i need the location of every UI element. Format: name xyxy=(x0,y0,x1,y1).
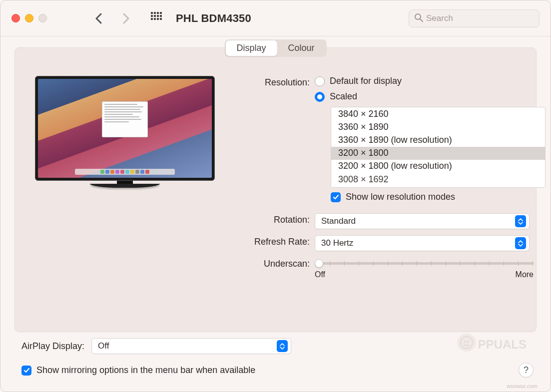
checkbox-checked-icon xyxy=(331,192,341,202)
resolution-list[interactable]: 3840 × 2160 3360 × 1890 3360 × 1890 (low… xyxy=(331,107,546,188)
resolution-default-label: Default for display xyxy=(330,76,402,86)
refresh-rate-value: 30 Hertz xyxy=(321,238,515,248)
rotation-value: Standard xyxy=(321,216,515,226)
svg-rect-3 xyxy=(160,12,162,14)
updown-arrows-icon xyxy=(277,340,288,352)
underscan-slider[interactable] xyxy=(315,257,534,269)
mirroring-checkbox[interactable]: Show mirroring options in the menu bar w… xyxy=(21,365,530,376)
nav-buttons xyxy=(92,11,133,25)
underscan-max-label: More xyxy=(516,270,534,279)
tab-bar: Display Colour xyxy=(224,39,326,57)
resolution-default-radio[interactable]: Default for display xyxy=(315,76,546,86)
show-low-res-checkbox[interactable]: Show low resolution modes xyxy=(331,192,546,202)
refresh-rate-label: Refresh Rate: xyxy=(235,235,315,247)
resolution-scaled-radio[interactable]: Scaled xyxy=(315,91,546,102)
svg-rect-9 xyxy=(154,18,156,20)
window-close-button[interactable] xyxy=(11,14,20,22)
window-controls xyxy=(11,14,47,22)
svg-line-13 xyxy=(420,19,423,21)
footer: AirPlay Display: Off Show mirroring opti… xyxy=(0,338,551,392)
resolution-label: Resolution: xyxy=(235,76,315,88)
show-low-res-label: Show low resolution modes xyxy=(346,192,455,202)
slider-handle-icon xyxy=(315,259,323,268)
all-prefs-icon[interactable] xyxy=(151,12,162,25)
rotation-select[interactable]: Standard xyxy=(315,213,530,229)
svg-rect-1 xyxy=(154,12,156,14)
updown-arrows-icon xyxy=(515,237,526,249)
dock-icon xyxy=(75,169,175,175)
list-item[interactable]: 3008 × 1692 xyxy=(331,173,545,186)
help-button[interactable]: ? xyxy=(519,363,534,378)
window-title: PHL BDM4350 xyxy=(176,12,251,25)
list-item[interactable]: 3200 × 1800 (low resolution) xyxy=(331,160,545,173)
svg-rect-10 xyxy=(157,18,159,20)
airplay-select[interactable]: Off xyxy=(91,338,291,354)
search-input[interactable] xyxy=(426,13,534,23)
svg-rect-7 xyxy=(160,15,162,17)
resolution-scaled-label: Scaled xyxy=(330,91,357,102)
window-zoom-button[interactable] xyxy=(38,14,47,22)
underscan-label: Underscan: xyxy=(235,257,315,269)
svg-rect-0 xyxy=(151,12,153,14)
list-item[interactable]: 3360 × 1890 (low resolution) xyxy=(331,133,545,146)
radio-off-icon xyxy=(315,76,325,86)
window-icon xyxy=(102,101,148,137)
nav-forward-button[interactable] xyxy=(119,11,133,25)
window-minimize-button[interactable] xyxy=(25,14,33,22)
underscan-min-label: Off xyxy=(315,270,325,279)
list-item[interactable]: 3360 × 1890 xyxy=(331,120,545,133)
search-icon xyxy=(414,13,423,24)
checkbox-checked-icon xyxy=(21,366,31,376)
monitor-bezel-icon xyxy=(35,76,215,181)
search-field[interactable] xyxy=(409,9,540,27)
monitor-preview xyxy=(35,76,235,283)
tab-display[interactable]: Display xyxy=(225,40,277,56)
monitor-screen-icon xyxy=(38,79,212,178)
svg-rect-8 xyxy=(151,18,153,20)
airplay-label: AirPlay Display: xyxy=(21,341,84,352)
settings-panel: Display Colour xyxy=(14,47,537,332)
rotation-label: Rotation: xyxy=(235,213,315,225)
svg-rect-6 xyxy=(157,15,159,17)
updown-arrows-icon xyxy=(515,215,526,227)
refresh-rate-select[interactable]: 30 Hertz xyxy=(315,235,530,251)
list-item[interactable]: 3840 × 2160 xyxy=(331,107,545,120)
list-item[interactable]: 3200 × 1800 xyxy=(331,147,545,160)
airplay-value: Off xyxy=(98,341,277,351)
svg-rect-11 xyxy=(160,18,162,20)
nav-back-button[interactable] xyxy=(92,11,106,25)
toolbar: PHL BDM4350 xyxy=(0,0,551,36)
svg-rect-2 xyxy=(157,12,159,14)
watermark-source: wsxwsx.com xyxy=(507,383,538,389)
radio-on-icon xyxy=(315,92,325,102)
svg-rect-4 xyxy=(151,15,153,17)
tab-colour[interactable]: Colour xyxy=(277,40,326,56)
svg-rect-5 xyxy=(154,15,156,17)
mirroring-label: Show mirroring options in the menu bar w… xyxy=(36,365,255,376)
